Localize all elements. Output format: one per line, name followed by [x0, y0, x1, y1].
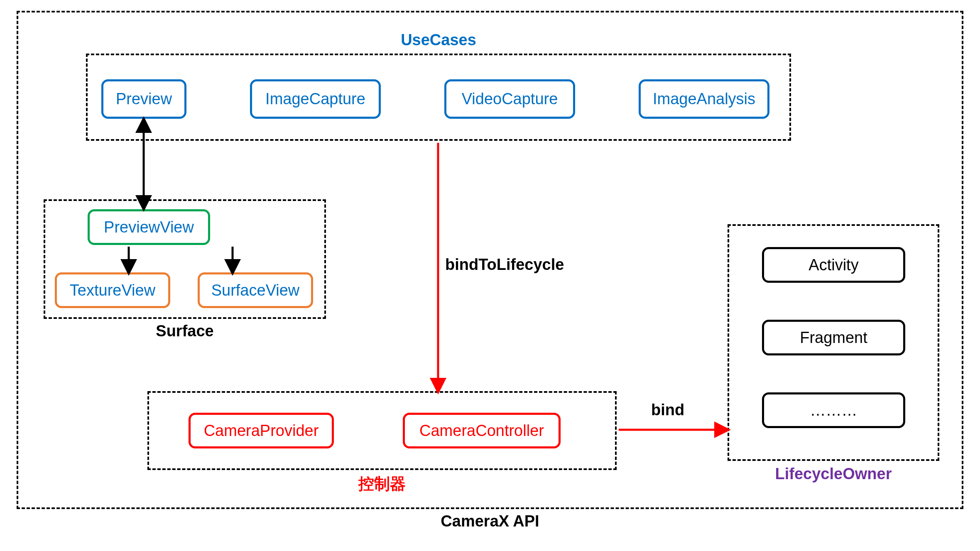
fragment-box: Fragment [762, 320, 905, 355]
usecases-label: UseCases [86, 31, 791, 49]
preview-box: Preview [101, 79, 186, 119]
textureview-text: TextureView [70, 282, 155, 299]
videocapture-text: VideoCapture [462, 90, 558, 108]
bind-label: bind [651, 401, 701, 419]
activity-text: Activity [808, 256, 858, 274]
textureview-box: TextureView [55, 272, 170, 308]
previewview-text: PreviewView [104, 218, 194, 236]
videocapture-box: VideoCapture [444, 79, 575, 119]
surface-label: Surface [44, 322, 326, 340]
imageanalysis-text: ImageAnalysis [653, 90, 755, 108]
fragment-text: Fragment [800, 329, 867, 347]
activity-box: Activity [762, 247, 905, 283]
imagecapture-box: ImageCapture [250, 79, 381, 119]
bindtolifecycle-label: bindToLifecycle [445, 256, 578, 274]
surfaceview-box: SurfaceView [198, 272, 313, 308]
more-box: ……… [762, 392, 905, 428]
imageanalysis-box: ImageAnalysis [639, 79, 769, 119]
preview-text: Preview [116, 90, 172, 108]
cameraprovider-text: CameraProvider [204, 422, 319, 440]
controller-label: 控制器 [147, 473, 617, 495]
lifecycleowner-label: LifecycleOwner [728, 465, 939, 483]
cameraprovider-box: CameraProvider [189, 413, 334, 448]
cameracontroller-text: CameraController [419, 422, 544, 440]
more-text: ……… [810, 402, 858, 419]
imagecapture-text: ImageCapture [265, 90, 365, 108]
cameracontroller-box: CameraController [403, 413, 561, 448]
surfaceview-text: SurfaceView [211, 282, 300, 299]
camerax-api-label: CameraX API [17, 512, 963, 530]
previewview-box: PreviewView [88, 209, 210, 245]
